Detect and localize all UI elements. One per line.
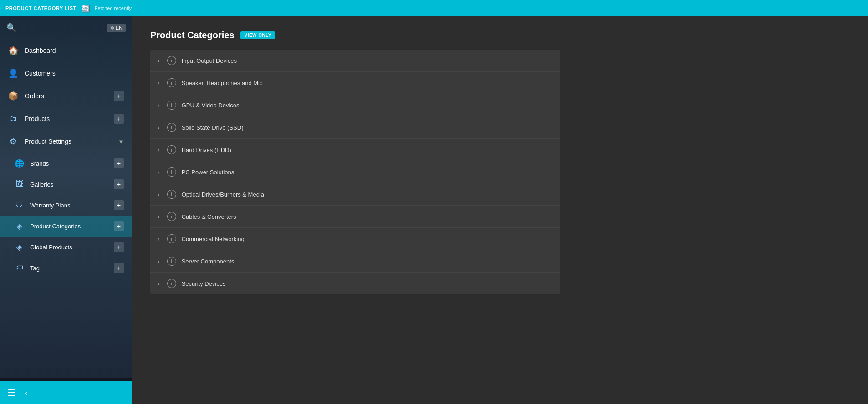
- brands-label: Brands: [30, 160, 114, 167]
- chevron-right-icon: ›: [158, 191, 160, 198]
- sidebar-item-global-products[interactable]: ◈ Global Products +: [0, 237, 132, 258]
- product-categories-add-button[interactable]: +: [114, 221, 124, 231]
- fetch-status: Fetched recently: [95, 5, 132, 11]
- warranty-add-button[interactable]: +: [114, 200, 124, 210]
- category-row[interactable]: ›iCommercial Networking: [150, 228, 560, 250]
- sidebar: 🔍 বাং EN 🏠 Dashboard 👤 Customers 📦 Order…: [0, 16, 132, 404]
- chevron-right-icon: ›: [158, 280, 160, 287]
- info-icon: i: [167, 145, 176, 154]
- category-row[interactable]: ›iOptical Drives/Burners & Media: [150, 183, 560, 206]
- dashboard-label: Dashboard: [25, 47, 124, 54]
- global-products-icon: ◈: [15, 242, 24, 252]
- sidebar-item-dashboard[interactable]: 🏠 Dashboard: [0, 39, 132, 62]
- category-label: Speaker, Headphones and Mic: [182, 80, 263, 86]
- category-label: Solid State Drive (SSD): [182, 124, 244, 131]
- view-only-badge: VIEW ONLY: [240, 31, 275, 39]
- products-label: Products: [25, 115, 114, 122]
- tag-add-button[interactable]: +: [114, 263, 124, 273]
- global-products-add-button[interactable]: +: [114, 242, 124, 252]
- chevron-right-icon: ›: [158, 258, 160, 265]
- customers-label: Customers: [25, 70, 124, 77]
- category-row[interactable]: ›iSpeaker, Headphones and Mic: [150, 72, 560, 94]
- category-label: Cables & Converters: [182, 213, 236, 220]
- chevron-right-icon: ›: [158, 213, 160, 220]
- chevron-right-icon: ›: [158, 168, 160, 176]
- warranty-icon: 🛡: [15, 201, 24, 210]
- page-header: Product Categories VIEW ONLY: [150, 30, 850, 40]
- orders-label: Orders: [25, 92, 114, 100]
- info-icon: i: [167, 257, 176, 266]
- tag-icon: 🏷: [15, 263, 24, 273]
- category-row[interactable]: ›iServer Components: [150, 250, 560, 273]
- sidebar-item-product-settings[interactable]: ⚙ Product Settings ▼: [0, 130, 132, 153]
- info-icon: i: [167, 101, 176, 110]
- main-content: Product Categories VIEW ONLY ›iInput Out…: [132, 16, 868, 404]
- galleries-add-button[interactable]: +: [114, 179, 124, 189]
- search-button[interactable]: 🔍: [6, 23, 16, 33]
- brands-add-button[interactable]: +: [114, 158, 124, 168]
- lang-text: বাং EN: [110, 25, 123, 31]
- category-label: PC Power Solutions: [182, 169, 235, 176]
- sidebar-item-warranty-plans[interactable]: 🛡 Warranty Plans +: [0, 195, 132, 216]
- category-row[interactable]: ›iSolid State Drive (SSD): [150, 116, 560, 139]
- sidebar-item-tag[interactable]: 🏷 Tag +: [0, 258, 132, 278]
- category-label: Commercial Networking: [182, 236, 245, 242]
- page-title: PRODUCT CATEGORY LIST: [5, 5, 77, 11]
- sidebar-content: 🔍 বাং EN 🏠 Dashboard 👤 Customers 📦 Order…: [0, 16, 132, 404]
- info-icon: i: [167, 123, 176, 132]
- sidebar-item-customers[interactable]: 👤 Customers: [0, 62, 132, 85]
- category-label: Optical Drives/Burners & Media: [182, 191, 264, 198]
- brands-icon: 🌐: [15, 159, 24, 168]
- category-row[interactable]: ›iCables & Converters: [150, 206, 560, 228]
- chevron-right-icon: ›: [158, 235, 160, 242]
- category-label: Hard Drives (HDD): [182, 146, 231, 153]
- category-label: Server Components: [182, 258, 235, 265]
- category-row[interactable]: ›iGPU & Video Devices: [150, 94, 560, 116]
- orders-icon: 📦: [8, 91, 18, 101]
- chevron-right-icon: ›: [158, 101, 160, 109]
- menu-toggle-button[interactable]: ☰: [7, 387, 15, 398]
- chevron-right-icon: ›: [158, 146, 160, 153]
- tag-label: Tag: [30, 265, 114, 272]
- sidebar-item-brands[interactable]: 🌐 Brands +: [0, 153, 132, 174]
- main-layout: 🔍 বাং EN 🏠 Dashboard 👤 Customers 📦 Order…: [0, 16, 868, 404]
- settings-icon: ⚙: [8, 136, 18, 146]
- sidebar-item-product-categories[interactable]: ◈ Product Categories +: [0, 216, 132, 237]
- category-list: ›iInput Output Devices›iSpeaker, Headpho…: [150, 50, 560, 294]
- page-header-title: Product Categories: [150, 30, 234, 40]
- global-products-label: Global Products: [30, 244, 114, 251]
- bottom-action-bar: ☰ ‹: [0, 381, 132, 404]
- sidebar-top-row: 🔍 বাং EN: [0, 16, 132, 39]
- top-bar: PRODUCT CATEGORY LIST 🔄 Fetched recently: [0, 0, 868, 16]
- info-icon: i: [167, 190, 176, 199]
- chevron-right-icon: ›: [158, 79, 160, 86]
- product-categories-label: Product Categories: [30, 223, 114, 230]
- info-icon: i: [167, 234, 176, 243]
- category-label: Security Devices: [182, 280, 226, 287]
- chevron-down-icon: ▼: [118, 138, 124, 145]
- category-row[interactable]: ›iSecurity Devices: [150, 273, 560, 294]
- language-badge[interactable]: বাং EN: [107, 24, 126, 32]
- category-row[interactable]: ›iHard Drives (HDD): [150, 139, 560, 161]
- category-row[interactable]: ›iPC Power Solutions: [150, 161, 560, 183]
- info-icon: i: [167, 56, 176, 65]
- category-row[interactable]: ›iInput Output Devices: [150, 50, 560, 72]
- back-button[interactable]: ‹: [25, 388, 28, 398]
- chevron-right-icon: ›: [158, 57, 160, 64]
- sidebar-item-galleries[interactable]: 🖼 Galleries +: [0, 174, 132, 195]
- galleries-label: Galleries: [30, 181, 114, 188]
- products-add-button[interactable]: +: [114, 114, 124, 124]
- info-icon: i: [167, 212, 176, 221]
- category-label: GPU & Video Devices: [182, 102, 240, 109]
- product-settings-label: Product Settings: [25, 138, 115, 145]
- orders-add-button[interactable]: +: [114, 91, 124, 101]
- info-icon: i: [167, 78, 176, 87]
- chevron-right-icon: ›: [158, 124, 160, 131]
- refresh-icon[interactable]: 🔄: [81, 4, 90, 13]
- info-icon: i: [167, 279, 176, 288]
- galleries-icon: 🖼: [15, 180, 24, 189]
- sidebar-item-products[interactable]: 🗂 Products +: [0, 107, 132, 130]
- customers-icon: 👤: [8, 68, 18, 78]
- sidebar-item-orders[interactable]: 📦 Orders +: [0, 85, 132, 107]
- products-icon: 🗂: [8, 114, 18, 124]
